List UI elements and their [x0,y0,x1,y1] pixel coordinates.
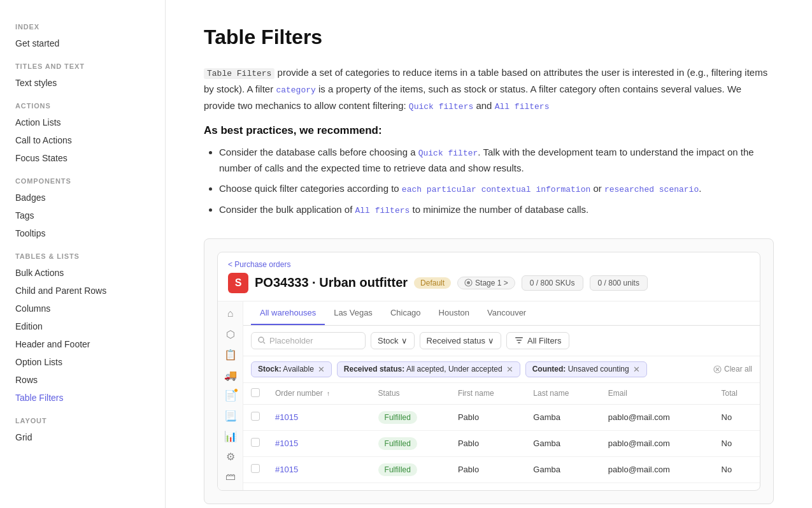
sidebar-item-rows[interactable]: Rows [0,371,165,389]
col-total-header[interactable]: Total [714,383,760,405]
sidebar-item-columns[interactable]: Columns [0,300,165,317]
col-firstname-header[interactable]: First name [450,383,525,405]
table-body: #1015 Fulfilled Pablo Gamba pablo@mail.c… [243,404,760,483]
sidebar-item-focus-states[interactable]: Focus States [0,149,165,167]
filter-bar: Placeholder Stock ∨ Received status ∨ [243,326,760,356]
document-icon[interactable]: 📃 [224,410,237,423]
clipboard-icon[interactable]: 📋 [224,349,237,361]
po-content: All warehouses Las Vegas Chicago Houston… [243,301,760,490]
row-checkbox-1[interactable] [251,438,260,447]
sidebar: INDEX Get started TITLES AND TEXT Text s… [0,0,166,508]
breadcrumb-link[interactable]: < Purchase orders [228,260,290,269]
table-row: #1015 Fulfilled Pablo Gamba pablo@mail.c… [243,456,760,483]
cell-first-1: Pablo [450,430,525,456]
intro-code-table-filters: Table Filters [204,68,274,79]
svg-line-3 [264,342,266,344]
col-checkbox-header [243,383,267,405]
tab-vancouver[interactable]: Vancouver [478,301,535,325]
intro-link-quick-filters[interactable]: Quick filters [409,102,473,112]
clear-all-icon [713,365,722,374]
demo-inner: < Purchase orders S PO34333 · Urban outf… [217,252,760,491]
bullet2-link2[interactable]: researched scenario [604,185,699,194]
main-content: Table Filters Table Filters provide a se… [166,0,812,508]
cell-first-0: Pablo [450,404,525,430]
stock-filter-button[interactable]: Stock ∨ [371,332,415,349]
cell-last-2: Gamba [525,456,601,483]
po-badge-stage[interactable]: Stage 1 > [457,277,515,289]
stock-filter-label: Stock [378,336,399,345]
cell-order-2: #1015 [267,456,371,483]
sidebar-section-actions: ACTIONS [0,92,165,113]
cell-checkbox-2 [243,456,267,483]
sidebar-item-tooltips[interactable]: Tooltips [0,224,165,242]
orders-icon[interactable]: 📄 [224,389,237,402]
cell-order-1: #1015 [267,430,371,456]
table-row: #1015 Fulfilled Pablo Gamba pablo@mail.c… [243,430,760,456]
row-checkbox-0[interactable] [251,412,260,421]
tab-houston[interactable]: Houston [430,301,478,325]
sidebar-item-grid[interactable]: Grid [0,428,165,446]
sidebar-item-child-parent-rows[interactable]: Child and Parent Rows [0,282,165,300]
sidebar-item-tags[interactable]: Tags [0,207,165,224]
search-input-wrapper[interactable]: Placeholder [251,332,366,349]
chip-received-status: Received status: All acepted, Under acce… [337,361,520,377]
col-order-header[interactable]: Order number ↑ [267,383,371,405]
chip-stock-remove[interactable]: ✕ [318,365,325,374]
sidebar-item-text-styles[interactable]: Text styles [0,74,165,92]
intro-link-all-filters[interactable]: All filters [495,102,550,112]
sidebar-item-header-footer[interactable]: Header and Footer [0,335,165,353]
sidebar-item-edition[interactable]: Edition [0,317,165,335]
sidebar-item-call-to-actions[interactable]: Call to Actions [0,131,165,149]
cell-last-1: Gamba [525,430,601,456]
chart-icon[interactable]: 📊 [224,430,237,443]
all-filters-button[interactable]: All Filters [506,332,569,349]
received-status-filter-button[interactable]: Received status ∨ [420,332,502,349]
search-placeholder: Placeholder [269,336,313,345]
chip-counted: Counted: Unsaved counting ✕ [525,361,647,377]
po-breadcrumb[interactable]: < Purchase orders [228,260,750,269]
bullet-list: Consider the database calls before choos… [204,145,774,217]
tab-chicago[interactable]: Chicago [381,301,430,325]
tab-all-warehouses[interactable]: All warehouses [251,301,325,325]
tag-icon[interactable]: ⬡ [224,328,237,341]
sidebar-item-table-filters[interactable]: Table Filters [0,389,165,407]
sidebar-item-get-started[interactable]: Get started [0,34,165,52]
po-title-row: S PO34333 · Urban outfitter Default Stag… [228,273,750,293]
page-title: Table Filters [204,25,774,49]
tab-las-vegas[interactable]: Las Vegas [325,301,381,325]
home-icon[interactable]: ⌂ [224,308,237,321]
chip-received-label: Received status: All acepted, Under acce… [344,365,502,374]
received-status-label: Received status [427,336,486,345]
truck-icon[interactable]: 🚚 [224,369,237,382]
table-header-row: Order number ↑ Status First name Last na… [243,383,760,405]
intro-text3: and [473,100,494,111]
chip-counted-remove[interactable]: ✕ [633,365,640,374]
archive-icon[interactable]: 🗃 [224,471,237,484]
po-header: < Purchase orders S PO34333 · Urban outf… [218,252,760,301]
bullet2-link1[interactable]: each particular contextual information [402,185,590,194]
row-checkbox-2[interactable] [251,464,260,473]
chip-received-remove[interactable]: ✕ [506,365,513,374]
po-icons-col: ⌂ ⬡ 📋 🚚 📄 📃 📊 ⚙ 🗃 [218,301,243,490]
sidebar-item-action-lists[interactable]: Action Lists [0,113,165,131]
bullet-item-3: Consider the bulk application of All fil… [219,202,774,218]
cell-last-0: Gamba [525,404,601,430]
sidebar-item-option-lists[interactable]: Option Lists [0,353,165,371]
col-status-header[interactable]: Status [371,383,450,405]
col-email-header[interactable]: Email [601,383,714,405]
sidebar-item-badges[interactable]: Badges [0,189,165,207]
demo-container: < Purchase orders S PO34333 · Urban outf… [204,238,774,504]
select-all-checkbox[interactable] [251,388,260,397]
settings-icon[interactable]: ⚙ [224,451,237,463]
cell-total-0: No [714,404,760,430]
sidebar-section-titles: TITLES AND TEXT [0,52,165,74]
po-badge-default[interactable]: Default [414,277,451,289]
po-badge-units[interactable]: 0 / 800 units [590,275,648,291]
col-lastname-header[interactable]: Last name [525,383,601,405]
table-row: #1015 Fulfilled Pablo Gamba pablo@mail.c… [243,404,760,430]
sidebar-item-bulk-actions[interactable]: Bulk Actions [0,264,165,282]
chip-stock-label: Stock: Available [258,365,314,374]
po-badge-sku[interactable]: 0 / 800 SKUs [522,275,583,291]
cell-total-2: No [714,456,760,483]
clear-all-button[interactable]: Clear all [713,365,752,374]
